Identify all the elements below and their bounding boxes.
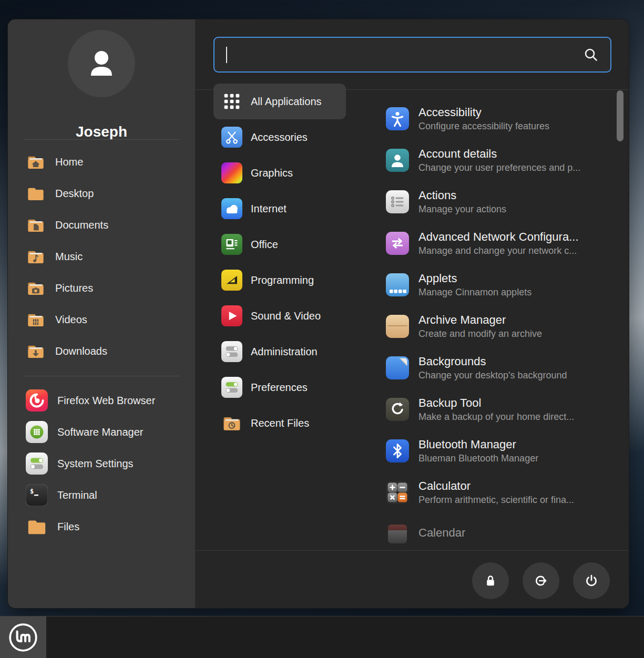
- sidebar-item-label: Terminal: [57, 489, 97, 501]
- sidebar-item-home[interactable]: Home: [8, 146, 195, 178]
- sidebar-item-label: Files: [57, 521, 79, 533]
- menu-main-area: All Applications Accessories: [195, 19, 629, 608]
- app-name: Accessibility: [418, 106, 549, 119]
- lock-button[interactable]: [472, 562, 509, 599]
- username: Joseph: [8, 124, 195, 140]
- folder-pictures-icon: [26, 278, 46, 298]
- firefox-icon: [26, 389, 48, 412]
- category-label: Administration: [251, 346, 318, 358]
- category-label: All Applications: [251, 96, 322, 108]
- sidebar-item-label: Home: [55, 156, 83, 168]
- sidebar-item-label: System Settings: [57, 458, 134, 470]
- category-label: Graphics: [251, 167, 293, 179]
- sidebar-item-documents[interactable]: Documents: [8, 209, 195, 241]
- search-box: [213, 37, 611, 73]
- categories-list: All Applications Accessories: [213, 84, 371, 441]
- app-row-account-details[interactable]: Account details Change your user prefere…: [386, 139, 596, 181]
- sidebar-item-videos[interactable]: Videos: [8, 304, 195, 335]
- app-description: Configure accessibility features: [418, 121, 549, 132]
- taskbar: [0, 616, 644, 658]
- app-row-accessibility[interactable]: Accessibility Configure accessibility fe…: [386, 98, 596, 139]
- lock-icon: [482, 572, 499, 590]
- category-label: Sound & Video: [251, 310, 321, 322]
- app-row-bluetooth-manager[interactable]: Bluetooth Manager Blueman Bluetooth Mana…: [386, 430, 596, 471]
- category-programming[interactable]: Programming: [213, 262, 371, 298]
- document-icon: [221, 234, 242, 255]
- app-description: Manage and change your network c...: [418, 245, 579, 256]
- category-sound-video[interactable]: Sound & Video: [213, 298, 371, 334]
- category-preferences[interactable]: Preferences: [213, 369, 371, 405]
- sidebar-item-files[interactable]: Files: [8, 511, 195, 542]
- sidebar-item-pictures[interactable]: Pictures: [8, 272, 195, 304]
- app-description: Make a backup of your home direct...: [418, 412, 574, 423]
- sidebar-item-label: Firefox Web Browser: [57, 395, 155, 407]
- menu-button[interactable]: [0, 616, 46, 658]
- app-name: Backup Tool: [418, 396, 574, 410]
- category-accessories[interactable]: Accessories: [213, 119, 371, 155]
- category-all-applications[interactable]: All Applications: [213, 84, 346, 119]
- sidebar-item-firefox[interactable]: Firefox Web Browser: [8, 385, 195, 416]
- sidebar-item-terminal[interactable]: $ Terminal: [8, 479, 195, 511]
- applets-icon: [386, 273, 409, 296]
- app-row-backgrounds[interactable]: Backgrounds Change your desktop's backgr…: [386, 347, 596, 388]
- linux-mint-logo: [7, 621, 39, 654]
- color-wheel-icon: [221, 162, 242, 183]
- backgrounds-icon: [386, 356, 409, 379]
- sidebar-item-downloads[interactable]: Downloads: [8, 335, 195, 367]
- sidebar-item-system-settings[interactable]: System Settings: [8, 448, 195, 479]
- app-description: Change your user preferences and p...: [418, 162, 580, 173]
- avatar[interactable]: [68, 30, 135, 97]
- category-office[interactable]: Office: [213, 227, 371, 262]
- category-graphics[interactable]: Graphics: [213, 155, 371, 191]
- category-recent-files[interactable]: Recent Files: [213, 405, 371, 441]
- main-menu: Joseph Home Desktop Documents: [8, 19, 629, 608]
- app-name: Bluetooth Manager: [418, 438, 538, 451]
- power-button[interactable]: [573, 562, 610, 599]
- network-arrows-icon: [386, 232, 409, 255]
- app-row-calendar[interactable]: Calendar: [386, 513, 596, 550]
- app-row-backup-tool[interactable]: Backup Tool Make a backup of your home d…: [386, 388, 596, 430]
- app-row-applets[interactable]: Applets Manage Cinnamon applets: [386, 264, 596, 305]
- sidebar-divider: [24, 139, 179, 140]
- sidebar-item-music[interactable]: Music: [8, 241, 195, 272]
- sidebar-item-label: Videos: [55, 314, 87, 326]
- logout-button[interactable]: [523, 562, 559, 599]
- category-label: Internet: [251, 203, 287, 215]
- app-description: Blueman Bluetooth Manager: [418, 453, 538, 464]
- logout-icon: [531, 571, 550, 590]
- category-administration[interactable]: Administration: [213, 334, 371, 369]
- system-settings-icon: [26, 453, 48, 475]
- folder-desktop-icon: [26, 183, 46, 203]
- sidebar-item-desktop[interactable]: Desktop: [8, 178, 195, 209]
- app-description: Manage your actions: [418, 204, 506, 215]
- text-caret: [226, 47, 227, 63]
- search-input[interactable]: [214, 48, 583, 61]
- places-list: Home Desktop Documents: [8, 146, 195, 367]
- scrollbar-thumb[interactable]: [617, 90, 623, 141]
- folder-videos-icon: [26, 310, 46, 330]
- app-row-archive-manager[interactable]: Archive Manager Create and modify an arc…: [386, 305, 596, 347]
- app-name: Archive Manager: [418, 313, 542, 327]
- category-internet[interactable]: Internet: [213, 191, 371, 227]
- sidebar-item-software-manager[interactable]: Software Manager: [8, 416, 195, 448]
- app-row-advanced-network-configuration[interactable]: Advanced Network Configura... Manage and…: [386, 222, 596, 264]
- sidebar-item-label: Downloads: [55, 345, 107, 357]
- app-name: Account details: [418, 147, 580, 161]
- archive-manager-icon: [386, 315, 409, 338]
- files-icon: [26, 516, 48, 538]
- separator: [195, 550, 629, 551]
- search-icon[interactable]: [583, 47, 599, 63]
- account-details-icon: [386, 149, 409, 172]
- category-label: Office: [251, 239, 278, 251]
- app-name: Calendar: [418, 526, 465, 540]
- applications-list: Accessibility Configure accessibility fe…: [386, 90, 596, 550]
- app-name: Backgrounds: [418, 355, 567, 368]
- calendar-icon: [386, 522, 409, 546]
- sidebar-divider: [24, 376, 179, 376]
- sidebar-item-label: Documents: [55, 219, 108, 231]
- app-name: Applets: [418, 272, 531, 285]
- app-row-calculator[interactable]: Calculator Perform arithmetic, scientifi…: [386, 471, 596, 513]
- actions-icon: [386, 190, 409, 213]
- accessibility-icon: [386, 107, 409, 130]
- app-row-actions[interactable]: Actions Manage your actions: [386, 181, 596, 222]
